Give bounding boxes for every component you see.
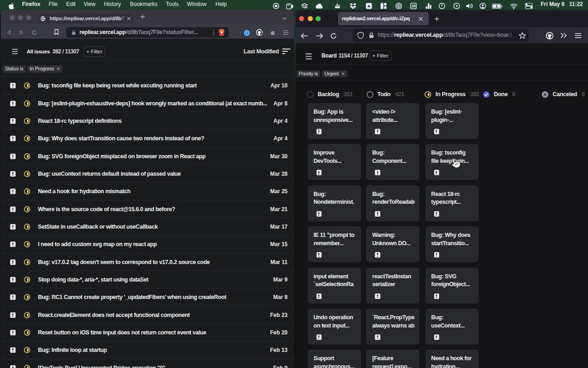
svg-text:29: 29 bbox=[411, 4, 416, 8]
